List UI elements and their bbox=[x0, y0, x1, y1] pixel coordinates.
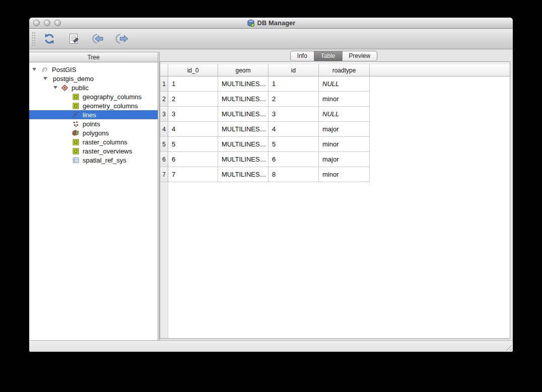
table-row[interactable]: 5 5 MULTILINES… 5 minor bbox=[160, 137, 510, 152]
import-layer-icon bbox=[91, 33, 104, 45]
tree-item-label: PostGIS bbox=[52, 66, 76, 73]
table-row[interactable]: 3 3 MULTILINES… 3 NULL bbox=[160, 107, 510, 122]
table-row[interactable]: 2 2 MULTILINES… 2 minor bbox=[160, 92, 510, 107]
tab-preview[interactable]: Preview bbox=[343, 51, 377, 61]
cell-id[interactable]: 5 bbox=[268, 137, 319, 152]
cell-geom[interactable]: MULTILINES… bbox=[218, 137, 268, 152]
row-number[interactable]: 3 bbox=[160, 107, 168, 122]
point-layer-icon bbox=[72, 120, 80, 128]
refresh-button[interactable] bbox=[40, 31, 58, 47]
table-corner-cell bbox=[160, 64, 168, 76]
close-button[interactable] bbox=[33, 20, 40, 26]
tree-item-postgis[interactable]: PostGIS bbox=[29, 65, 158, 74]
cell-roadtype[interactable]: minor bbox=[319, 167, 370, 182]
tree-item-raster-columns[interactable]: raster_columns bbox=[29, 137, 158, 146]
table-row[interactable]: 7 7 MULTILINES… 8 minor bbox=[160, 167, 510, 182]
cell-id0[interactable]: 6 bbox=[168, 152, 218, 167]
row-number[interactable]: 5 bbox=[160, 137, 168, 152]
cell-roadtype[interactable]: major bbox=[319, 152, 370, 167]
schema-icon bbox=[60, 84, 69, 92]
sql-window-button[interactable] bbox=[64, 31, 83, 47]
column-header-geom[interactable]: geom bbox=[218, 64, 268, 76]
window-title: DB Manager bbox=[247, 19, 296, 27]
tree-item-label: geometry_columns bbox=[83, 102, 138, 110]
column-header-id[interactable]: id bbox=[268, 64, 319, 76]
cell-id0[interactable]: 1 bbox=[168, 76, 218, 92]
line-layer-icon bbox=[72, 111, 80, 119]
tab-bar: Info Table Preview bbox=[160, 51, 508, 61]
cell-geom[interactable]: MULTILINES… bbox=[218, 107, 268, 122]
resize-grip-icon[interactable] bbox=[504, 343, 512, 351]
tree-panel: Tree PostGIS postgis_demo bbox=[29, 52, 158, 340]
cell-roadtype[interactable]: minor bbox=[319, 137, 370, 152]
db-manager-window: DB Manager bbox=[29, 18, 513, 352]
refresh-icon bbox=[43, 33, 55, 45]
export-to-file-button[interactable] bbox=[113, 31, 131, 47]
disclosure-triangle-icon[interactable] bbox=[32, 68, 36, 71]
table-row[interactable]: 1 1 MULTILINES… 1 NULL bbox=[160, 76, 510, 92]
tree-panel-header: Tree bbox=[29, 52, 158, 62]
table-row[interactable]: 6 6 MULTILINES… 6 major bbox=[160, 152, 510, 167]
cell-id0[interactable]: 2 bbox=[168, 92, 218, 107]
database-icon bbox=[247, 19, 255, 27]
table-row[interactable]: 4 4 MULTILINES… 4 major bbox=[160, 122, 510, 137]
cell-roadtype[interactable]: NULL bbox=[319, 107, 370, 122]
cell-id[interactable]: 1 bbox=[268, 76, 319, 92]
tab-table[interactable]: Table bbox=[314, 51, 343, 61]
cell-id0[interactable]: 3 bbox=[168, 107, 218, 122]
disclosure-triangle-icon[interactable] bbox=[43, 77, 47, 80]
cell-id[interactable]: 4 bbox=[268, 122, 319, 137]
tree-item-postgis-demo[interactable]: postgis_demo bbox=[29, 74, 158, 83]
cell-id0[interactable]: 7 bbox=[168, 167, 218, 182]
column-header-id0[interactable]: id_0 bbox=[168, 64, 218, 76]
toolbar bbox=[29, 29, 513, 49]
cell-roadtype[interactable]: NULL bbox=[319, 76, 370, 92]
cell-geom[interactable]: MULTILINES… bbox=[218, 122, 268, 137]
main-area: Tree PostGIS postgis_demo bbox=[29, 50, 513, 340]
minimize-button[interactable] bbox=[44, 20, 50, 26]
zoom-button[interactable] bbox=[54, 20, 61, 26]
system-table-icon bbox=[72, 138, 80, 146]
disclosure-triangle-icon[interactable] bbox=[53, 86, 57, 89]
cell-roadtype[interactable]: major bbox=[319, 122, 370, 137]
cell-id[interactable]: 8 bbox=[268, 167, 319, 182]
row-number[interactable]: 2 bbox=[160, 92, 168, 107]
row-number[interactable]: 6 bbox=[160, 152, 168, 167]
cell-id[interactable]: 3 bbox=[268, 107, 319, 122]
tree-item-raster-overviews[interactable]: raster_overviews bbox=[29, 146, 158, 155]
tree-item-geography-columns[interactable]: geography_columns bbox=[29, 92, 158, 101]
table-icon bbox=[72, 156, 80, 164]
cell-id0[interactable]: 4 bbox=[168, 122, 218, 137]
tree-item-spatial-ref-sys[interactable]: spatial_ref_sys bbox=[29, 155, 158, 165]
import-layer-button[interactable] bbox=[89, 31, 107, 47]
export-to-file-icon bbox=[115, 33, 128, 45]
table-view-panel: id_0 geom id roadtype 1 1 MULTILINES… 1 … bbox=[160, 61, 510, 339]
tree-item-label: raster_overviews bbox=[83, 147, 132, 155]
titlebar[interactable]: DB Manager bbox=[29, 18, 513, 29]
tab-info[interactable]: Info bbox=[291, 51, 314, 61]
cell-id[interactable]: 2 bbox=[268, 92, 319, 107]
cell-geom[interactable]: MULTILINES… bbox=[218, 152, 268, 167]
row-number[interactable]: 4 bbox=[160, 122, 168, 137]
window-controls bbox=[33, 20, 61, 26]
toolbar-drag-handle[interactable] bbox=[32, 32, 35, 46]
tree-item-polygons[interactable]: polygons bbox=[29, 128, 158, 137]
column-header-roadtype[interactable]: roadtype bbox=[319, 64, 370, 76]
tree-item-geometry-columns[interactable]: geometry_columns bbox=[29, 101, 158, 110]
row-number[interactable]: 1 bbox=[160, 76, 168, 92]
cell-id0[interactable]: 5 bbox=[168, 137, 218, 152]
tree-item-lines[interactable]: lines bbox=[29, 110, 158, 119]
cell-geom[interactable]: MULTILINES… bbox=[218, 167, 268, 182]
tree-item-label: raster_columns bbox=[83, 138, 127, 146]
polygon-layer-icon bbox=[72, 129, 80, 137]
tree-item-label: spatial_ref_sys bbox=[83, 156, 126, 164]
tree-item-label: points bbox=[83, 120, 100, 128]
cell-geom[interactable]: MULTILINES… bbox=[218, 92, 268, 107]
table-header-row: id_0 geom id roadtype bbox=[160, 64, 510, 76]
tree-item-public[interactable]: public bbox=[29, 83, 158, 92]
cell-geom[interactable]: MULTILINES… bbox=[218, 76, 268, 92]
cell-roadtype[interactable]: minor bbox=[319, 92, 370, 107]
cell-id[interactable]: 6 bbox=[268, 152, 319, 167]
row-number[interactable]: 7 bbox=[160, 167, 168, 182]
tree-item-points[interactable]: points bbox=[29, 119, 158, 128]
